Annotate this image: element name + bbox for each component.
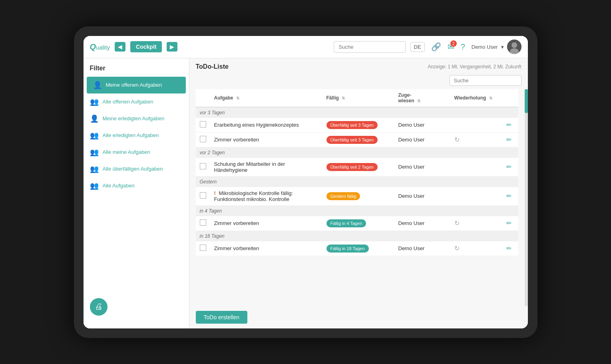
sidebar: Filter 👤 Meine offenen Aufgaben 👥 Alle o… (84, 58, 189, 328)
repeat-icon: ↻ (454, 136, 460, 143)
task-repeat-cell (450, 158, 502, 177)
task-checkbox-cell[interactable] (196, 132, 210, 147)
task-edit-cell[interactable]: ✏ (502, 216, 518, 231)
task-name-cell: Schulung der Mitarbeiter in der Händehyg… (210, 158, 322, 177)
print-button[interactable]: 🖨 (90, 298, 107, 316)
table-row: Erarbeitung eines Hygienekonzeptes Überf… (196, 118, 518, 133)
table-row: Schulung der Mitarbeiter in der Händehyg… (196, 158, 518, 177)
task-name-cell: Zimmer vorbereiten (210, 216, 322, 231)
task-checkbox[interactable] (200, 245, 206, 251)
person-check-icon: 👤 (90, 114, 99, 123)
group-row: in 18 Tagen (196, 231, 518, 241)
table-header-row: Aufgabe ⇅ Fällig ⇅ Zuge- wiesen (196, 89, 518, 107)
task-name-cell: Zimmer vorbereiten (210, 132, 322, 147)
edit-icon[interactable]: ✏ (506, 193, 511, 199)
sidebar-item-label: Alle offenen Aufgaben (103, 99, 153, 105)
assigned-user: Demo User (398, 193, 425, 199)
status-badge: Fällig in 18 Tagen (326, 245, 369, 253)
edit-icon[interactable]: ✏ (506, 245, 511, 252)
status-badge: Überfällig seit 2 Tagen (326, 163, 378, 171)
col-aufgabe[interactable]: Aufgabe ⇅ (210, 89, 322, 107)
col-wiederholung[interactable]: Wiederholung ⇅ (450, 89, 502, 107)
task-name: Zimmer vorbereiten (214, 245, 259, 251)
link-icon-button[interactable]: 🔗 (431, 42, 441, 52)
task-checkbox-cell[interactable] (196, 216, 210, 231)
mail-icon-button[interactable]: ✉ 2 (448, 42, 454, 52)
task-repeat-cell (450, 187, 502, 206)
right-panel: ToDo-Liste Anzeige: 1 Mt. Vergangenheit,… (189, 58, 528, 328)
task-name: Zimmer vorbereiten (214, 137, 259, 143)
task-checkbox[interactable] (200, 163, 206, 169)
col-actions (502, 89, 518, 107)
people-icon-2: 👥 (90, 148, 99, 157)
cockpit-button[interactable]: Cockpit (130, 41, 162, 52)
task-checkbox-cell[interactable] (196, 241, 210, 256)
edit-icon[interactable]: ✏ (506, 220, 511, 227)
status-badge: Überfällig seit 3 Tagen (326, 121, 378, 129)
sidebar-item-alle-meine[interactable]: 👥 Alle meine Aufgaben (84, 144, 189, 161)
task-checkbox-cell[interactable] (196, 118, 210, 133)
create-todo-button[interactable]: ToDo erstellen (196, 311, 248, 324)
task-status-cell: Überfällig seit 3 Tagen (322, 118, 394, 133)
col-checkbox (196, 89, 210, 107)
panel-header: ToDo-Liste Anzeige: 1 Mt. Vergangenheit,… (189, 58, 528, 74)
sidebar-item-alle-aufgaben[interactable]: 👥 Alle Aufgaben (84, 177, 189, 194)
col-faellig[interactable]: Fällig ⇅ (322, 89, 394, 107)
sidebar-item-alle-ueberfaellig[interactable]: 👥 Alle überfälligen Aufgaben (84, 161, 189, 177)
todo-table: Aufgabe ⇅ Fällig ⇅ Zuge- wiesen (196, 89, 518, 256)
table-wrapper[interactable]: Aufgabe ⇅ Fällig ⇅ Zuge- wiesen (189, 89, 525, 306)
task-assigned-cell: Demo User (394, 118, 450, 133)
status-badge: Überfällig seit 3 Tagen (326, 136, 378, 144)
group-row: Gestern (196, 176, 518, 187)
scroll-track[interactable] (525, 89, 528, 306)
task-checkbox-cell[interactable] (196, 187, 210, 206)
sidebar-item-label: Alle überfälligen Aufgaben (103, 166, 163, 172)
header-search-input[interactable] (334, 41, 406, 53)
edit-icon[interactable]: ✏ (506, 163, 511, 170)
panel-search-input[interactable] (450, 75, 521, 86)
back-button[interactable]: ◀ (115, 42, 125, 52)
sidebar-item-label: Alle meine Aufgaben (103, 149, 150, 155)
group-label: vor 3 Tagen (196, 107, 518, 118)
task-edit-cell[interactable]: ✏ (502, 241, 518, 256)
task-edit-cell[interactable]: ✏ (502, 118, 518, 133)
table-row: Zimmer vorbereiten Fällig in 18 Tagen De… (196, 241, 518, 256)
language-button[interactable]: DE (410, 42, 425, 52)
table-row: Zimmer vorbereiten Fällig in 4 Tagen Dem… (196, 216, 518, 231)
col-zugewiesen[interactable]: Zuge- wiesen ⇅ (394, 89, 450, 107)
svg-point-1 (511, 42, 517, 48)
panel-search-row (189, 74, 528, 89)
task-assigned-cell: Demo User (394, 216, 450, 231)
task-repeat-cell (450, 118, 502, 133)
panel-footer: ToDo erstellen (189, 306, 528, 328)
task-status-cell: Fällig in 4 Tagen (322, 216, 394, 231)
task-checkbox[interactable] (200, 219, 206, 226)
task-edit-cell[interactable]: ✏ (502, 187, 518, 206)
sidebar-item-meine-erledigt[interactable]: 👤 Meine erledigten Aufgaben (84, 110, 189, 127)
task-name: Mikrobiologische Kontrolle fällig: Funkt… (214, 190, 293, 202)
sidebar-item-label: Meine erledigten Aufgaben (103, 115, 165, 121)
task-assigned-cell: Demo User (394, 241, 450, 256)
sidebar-item-alle-offene[interactable]: 👥 Alle offenen Aufgaben (84, 93, 189, 110)
edit-icon[interactable]: ✏ (506, 136, 511, 143)
group-label: in 4 Tagen (196, 205, 518, 216)
group-label: Gestern (196, 176, 518, 187)
task-edit-cell[interactable]: ✏ (502, 132, 518, 147)
assigned-user: Demo User (398, 164, 425, 170)
sidebar-item-alle-erledigt[interactable]: 👥 Alle erledigten Aufgaben (84, 127, 189, 144)
sidebar-item-meine-offene[interactable]: 👤 Meine offenen Aufgaben (87, 77, 186, 93)
task-checkbox-cell[interactable] (196, 158, 210, 177)
task-checkbox[interactable] (200, 136, 206, 142)
person-icon: 👤 (93, 81, 102, 90)
help-icon-button[interactable]: ? (461, 42, 465, 52)
task-name-cell: Erarbeitung eines Hygienekonzeptes (210, 118, 322, 133)
task-checkbox[interactable] (200, 192, 206, 199)
scroll-thumb (525, 89, 528, 113)
forward-button[interactable]: ▶ (167, 42, 177, 52)
task-edit-cell[interactable]: ✏ (502, 158, 518, 177)
header-icons: DE 🔗 ✉ 2 ? Demo User ▾ (410, 40, 521, 54)
user-menu[interactable]: Demo User ▾ (472, 40, 521, 54)
task-checkbox[interactable] (200, 121, 206, 127)
sort-faellig-icon: ⇅ (342, 96, 345, 100)
edit-icon[interactable]: ✏ (506, 121, 511, 128)
